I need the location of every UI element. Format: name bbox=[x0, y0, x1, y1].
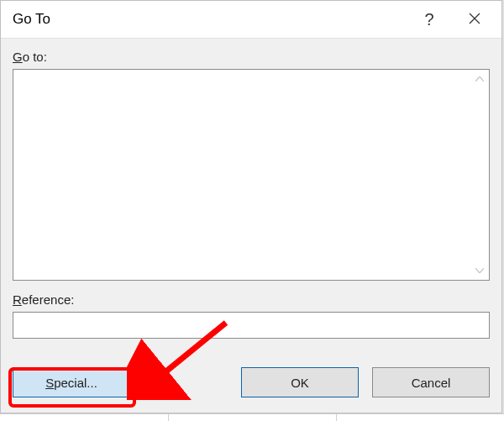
spreadsheet-gridlines bbox=[0, 413, 504, 421]
titlebar: Go To ? bbox=[1, 1, 501, 39]
button-row: Special... OK Cancel bbox=[13, 367, 490, 403]
scroll-down-icon[interactable] bbox=[472, 263, 487, 278]
dialog-client-area: Go to: Reference: Special... OK Cancel bbox=[1, 38, 501, 413]
reference-label: Reference: bbox=[13, 292, 490, 307]
help-icon: ? bbox=[424, 10, 433, 29]
reference-input[interactable] bbox=[13, 312, 490, 339]
dialog-title: Go To bbox=[1, 11, 50, 28]
close-icon bbox=[469, 11, 480, 29]
goto-listbox[interactable] bbox=[13, 69, 490, 281]
goto-label: Go to: bbox=[13, 50, 490, 64]
help-button[interactable]: ? bbox=[407, 1, 451, 38]
ok-button[interactable]: OK bbox=[241, 367, 359, 397]
special-button[interactable]: Special... bbox=[13, 367, 130, 397]
close-button[interactable] bbox=[453, 1, 496, 38]
cancel-button[interactable]: Cancel bbox=[372, 367, 490, 397]
go-to-dialog: Go To ? Go to: Reference: bbox=[0, 0, 502, 413]
scroll-up-icon[interactable] bbox=[472, 71, 487, 87]
